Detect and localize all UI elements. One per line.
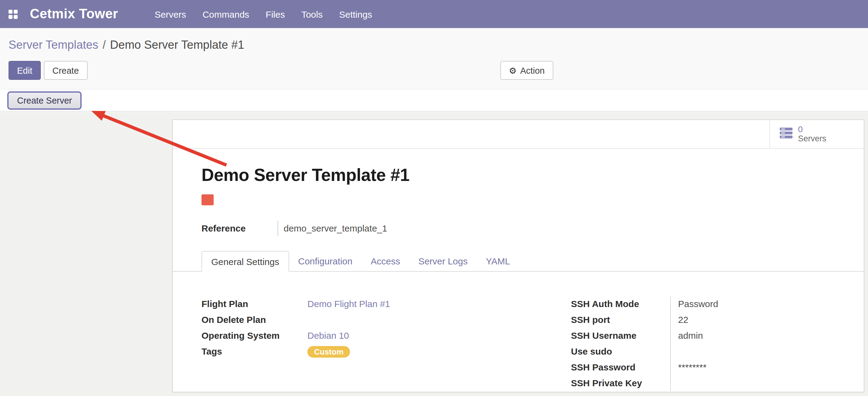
tab-access[interactable]: Access (362, 251, 409, 271)
breadcrumb: Server Templates / Demo Server Template … (8, 38, 244, 52)
field-label-operating-system: Operating System (202, 328, 307, 344)
field-label-ssh-username: SSH Username (571, 328, 670, 344)
reference-label: Reference (202, 221, 278, 236)
record-title: Demo Server Template #1 (202, 165, 835, 185)
field-value-ssh-auth-mode: Password (670, 296, 851, 312)
tag-custom[interactable]: Custom (307, 346, 350, 358)
main-menu: Servers Commands Files Tools Settings (155, 9, 372, 19)
nav-item-commands[interactable]: Commands (203, 9, 249, 19)
edit-button[interactable]: Edit (8, 61, 41, 80)
form-control-buttons: Edit Create (8, 61, 87, 80)
breadcrumb-parent-link[interactable]: Server Templates (8, 38, 98, 52)
form-group-left: Flight Plan Demo Flight Plan #1 On Delet… (202, 296, 571, 391)
servers-stat-button[interactable]: 0 Servers (769, 120, 864, 148)
field-value-ssh-port: 22 (670, 312, 851, 328)
flight-plan-link[interactable]: Demo Flight Plan #1 (307, 299, 390, 309)
notebook-tabs: General Settings Configuration Access Se… (173, 251, 864, 272)
gear-icon: ⚙ (509, 66, 517, 75)
form-group-right: SSH Auth Mode Password SSH port 22 SSH U… (571, 296, 851, 391)
nav-item-servers[interactable]: Servers (155, 9, 186, 19)
stat-text: 0 Servers (798, 124, 826, 143)
tab-general-settings[interactable]: General Settings (202, 251, 289, 272)
tab-server-logs[interactable]: Server Logs (409, 251, 477, 271)
reference-value: demo_server_template_1 (278, 221, 387, 236)
form-body: Flight Plan Demo Flight Plan #1 On Delet… (173, 272, 864, 391)
form-sheet: 0 Servers Demo Server Template #1 Refere… (172, 119, 864, 392)
breadcrumb-current: Demo Server Template #1 (110, 38, 244, 52)
field-label-on-delete-plan: On Delete Plan (202, 312, 307, 328)
field-label-ssh-private-key: SSH Private Key (571, 375, 670, 391)
tab-yaml[interactable]: YAML (476, 251, 519, 271)
button-box: 0 Servers (173, 120, 864, 149)
field-value-operating-system: Debian 10 (307, 328, 571, 344)
servers-count: 0 (798, 124, 826, 134)
create-server-button[interactable]: Create Server (7, 91, 82, 110)
top-navbar: Cetmix Tower Servers Commands Files Tool… (0, 0, 868, 28)
field-label-tags: Tags (202, 344, 307, 360)
field-label-ssh-auth-mode: SSH Auth Mode (571, 296, 670, 312)
field-value-flight-plan: Demo Flight Plan #1 (307, 296, 571, 312)
field-value-ssh-username: admin (670, 328, 851, 344)
create-button[interactable]: Create (44, 61, 87, 80)
action-menu-label: Action (520, 65, 545, 75)
field-label-ssh-password: SSH Password (571, 360, 670, 375)
field-value-use-sudo (670, 344, 851, 360)
field-value-ssh-password: ******** (670, 360, 851, 375)
field-value-ssh-private-key (670, 375, 851, 391)
operating-system-link[interactable]: Debian 10 (307, 330, 349, 341)
server-stack-icon (780, 127, 793, 141)
apps-menu-icon[interactable] (8, 9, 18, 19)
nav-item-settings[interactable]: Settings (339, 9, 372, 19)
nav-item-files[interactable]: Files (266, 9, 285, 19)
field-label-ssh-port: SSH port (571, 312, 670, 328)
field-value-on-delete-plan (307, 312, 571, 328)
tab-configuration[interactable]: Configuration (289, 251, 361, 271)
color-picker-swatch[interactable] (202, 194, 214, 205)
field-value-tags: Custom (307, 344, 571, 360)
reference-field: Reference demo_server_template_1 (202, 221, 864, 236)
content-area: 0 Servers Demo Server Template #1 Refere… (0, 112, 868, 396)
breadcrumb-separator: / (102, 38, 106, 52)
field-label-use-sudo: Use sudo (571, 344, 670, 360)
nav-item-tools[interactable]: Tools (301, 9, 322, 19)
servers-label: Servers (798, 134, 826, 143)
action-menu-button[interactable]: ⚙ Action (500, 61, 553, 80)
field-label-flight-plan: Flight Plan (202, 296, 307, 312)
app-brand[interactable]: Cetmix Tower (30, 6, 118, 22)
app-root: Cetmix Tower Servers Commands Files Tool… (0, 0, 868, 396)
statusbar: Create Server (0, 89, 868, 112)
